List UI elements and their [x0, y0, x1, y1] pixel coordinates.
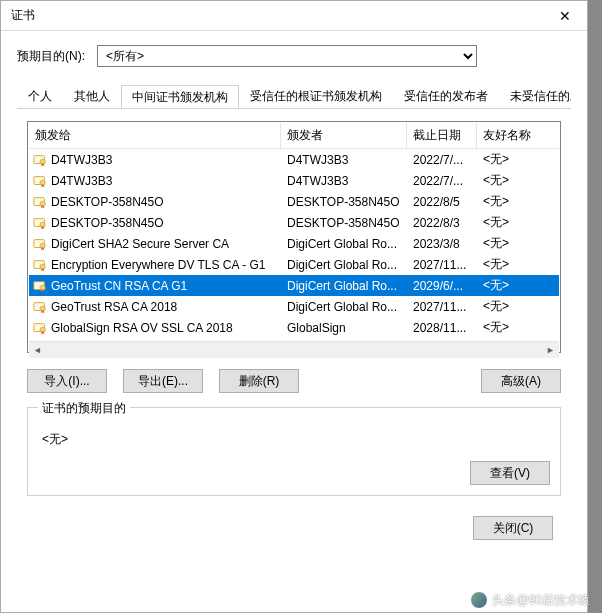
purpose-row: 预期目的(N): <所有>: [17, 45, 571, 67]
cell-friendly: <无>: [477, 277, 532, 294]
import-button[interactable]: 导入(I)...: [27, 369, 107, 393]
scroll-left-icon[interactable]: ◄: [29, 342, 46, 359]
certificate-icon: [33, 195, 47, 209]
cell-friendly: <无>: [477, 214, 532, 231]
table-row[interactable]: GeoTrust CN RSA CA G1DigiCert Global Ro.…: [29, 275, 559, 296]
certificate-dialog: 证书 ✕ 预期目的(N): <所有> 个人其他人中间证书颁发机构受信任的根证书颁…: [0, 0, 588, 613]
tab-3[interactable]: 受信任的根证书颁发机构: [239, 85, 393, 108]
cell-friendly: <无>: [477, 193, 532, 210]
tab-5[interactable]: 未受信任的发布者: [499, 85, 571, 108]
cell-expires: 2028/11...: [407, 321, 477, 335]
cell-friendly: <无>: [477, 235, 532, 252]
certificate-icon: [33, 279, 47, 293]
intended-purposes-group: 证书的预期目的 <无> 查看(V): [27, 407, 561, 496]
dialog-footer: 关闭(C): [17, 500, 571, 550]
table-row[interactable]: DigiCert SHA2 Secure Server CADigiCert G…: [29, 233, 559, 254]
cell-issued-to: D4TWJ3B3: [51, 174, 112, 188]
titlebar: 证书 ✕: [1, 1, 587, 31]
cell-issued-to: GeoTrust RSA CA 2018: [51, 300, 177, 314]
certificate-icon: [33, 216, 47, 230]
action-buttons: 导入(I)... 导出(E)... 删除(R) 高级(A): [17, 353, 571, 407]
cell-expires: 2022/8/3: [407, 216, 477, 230]
watermark: 头条@90后技术猿: [470, 591, 590, 609]
cell-expires: 2022/7/...: [407, 153, 477, 167]
table-row[interactable]: DESKTOP-358N45ODESKTOP-358N45O2022/8/3<无…: [29, 212, 559, 233]
certificate-icon: [33, 258, 47, 272]
avatar: [470, 591, 488, 609]
group-title: 证书的预期目的: [38, 400, 130, 417]
cell-issued-by: DigiCert Global Ro...: [281, 300, 407, 314]
cell-issued-by: DESKTOP-358N45O: [281, 216, 407, 230]
cell-expires: 2027/11...: [407, 258, 477, 272]
table-row[interactable]: Encryption Everywhere DV TLS CA - G1Digi…: [29, 254, 559, 275]
remove-button[interactable]: 删除(R): [219, 369, 299, 393]
tab-4[interactable]: 受信任的发布者: [393, 85, 499, 108]
cell-issued-by: DigiCert Global Ro...: [281, 279, 407, 293]
intended-value: <无>: [38, 425, 550, 461]
certificate-icon: [33, 321, 47, 335]
table-row[interactable]: GlobalSign RSA OV SSL CA 2018GlobalSign2…: [29, 317, 559, 338]
table-body: D4TWJ3B3D4TWJ3B32022/7/...<无> D4TWJ3B3D4…: [29, 149, 559, 341]
export-button[interactable]: 导出(E)...: [123, 369, 203, 393]
cell-expires: 2023/3/8: [407, 237, 477, 251]
cell-issued-to: DESKTOP-358N45O: [51, 195, 164, 209]
cell-friendly: <无>: [477, 298, 532, 315]
purpose-label: 预期目的(N):: [17, 48, 85, 65]
table-row[interactable]: D4TWJ3B3D4TWJ3B32022/7/...<无>: [29, 149, 559, 170]
col-expires[interactable]: 截止日期: [407, 123, 477, 148]
certificate-icon: [33, 153, 47, 167]
table-row[interactable]: DESKTOP-358N45ODESKTOP-358N45O2022/8/5<无…: [29, 191, 559, 212]
cell-issued-to: Encryption Everywhere DV TLS CA - G1: [51, 258, 266, 272]
certificate-icon: [33, 174, 47, 188]
cell-issued-to: DigiCert SHA2 Secure Server CA: [51, 237, 229, 251]
certificate-icon: [33, 237, 47, 251]
cell-friendly: <无>: [477, 172, 532, 189]
tab-0[interactable]: 个人: [17, 85, 63, 108]
window-title: 证书: [11, 7, 35, 24]
cell-issued-by: DigiCert Global Ro...: [281, 237, 407, 251]
cell-issued-by: D4TWJ3B3: [281, 174, 407, 188]
table-row[interactable]: GeoTrust RSA CA 2018DigiCert Global Ro..…: [29, 296, 559, 317]
certificate-icon: [33, 300, 47, 314]
close-button[interactable]: 关闭(C): [473, 516, 553, 540]
col-issued-by[interactable]: 颁发者: [281, 123, 407, 148]
advanced-button[interactable]: 高级(A): [481, 369, 561, 393]
tab-2[interactable]: 中间证书颁发机构: [121, 85, 239, 109]
cell-expires: 2022/7/...: [407, 174, 477, 188]
cell-issued-by: DigiCert Global Ro...: [281, 258, 407, 272]
tabs: 个人其他人中间证书颁发机构受信任的根证书颁发机构受信任的发布者未受信任的发布者: [17, 85, 571, 109]
cell-issued-by: GlobalSign: [281, 321, 407, 335]
watermark-text: 头条@90后技术猿: [492, 592, 590, 609]
cell-friendly: <无>: [477, 256, 532, 273]
cell-expires: 2022/8/5: [407, 195, 477, 209]
tab-1[interactable]: 其他人: [63, 85, 121, 108]
scroll-right-icon[interactable]: ►: [542, 342, 559, 359]
cell-expires: 2029/6/...: [407, 279, 477, 293]
cell-issued-to: DESKTOP-358N45O: [51, 216, 164, 230]
cell-issued-to: GlobalSign RSA OV SSL CA 2018: [51, 321, 233, 335]
close-icon[interactable]: ✕: [543, 1, 587, 31]
cell-issued-by: DESKTOP-358N45O: [281, 195, 407, 209]
table-row[interactable]: D4TWJ3B3D4TWJ3B32022/7/...<无>: [29, 170, 559, 191]
cell-issued-by: D4TWJ3B3: [281, 153, 407, 167]
cert-list-container: 颁发给 颁发者 截止日期 友好名称 D4TWJ3B3D4TWJ3B32022/7…: [27, 121, 561, 353]
purpose-select[interactable]: <所有>: [97, 45, 477, 67]
cell-friendly: <无>: [477, 319, 532, 336]
cell-issued-to: D4TWJ3B3: [51, 153, 112, 167]
col-issued-to[interactable]: 颁发给: [29, 123, 281, 148]
cell-friendly: <无>: [477, 151, 532, 168]
view-button[interactable]: 查看(V): [470, 461, 550, 485]
table-header: 颁发给 颁发者 截止日期 友好名称: [29, 123, 559, 149]
cell-issued-to: GeoTrust CN RSA CA G1: [51, 279, 187, 293]
col-friendly[interactable]: 友好名称: [477, 123, 532, 148]
cell-expires: 2027/11...: [407, 300, 477, 314]
cert-table: 颁发给 颁发者 截止日期 友好名称 D4TWJ3B3D4TWJ3B32022/7…: [29, 123, 559, 351]
